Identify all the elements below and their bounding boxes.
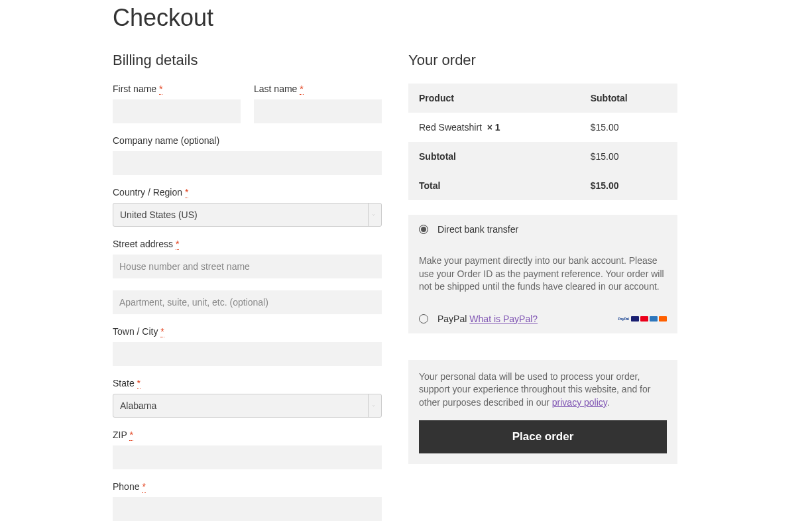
state-label-text: State xyxy=(113,378,135,388)
privacy-notice: Your personal data will be used to proce… xyxy=(408,360,677,464)
col-subtotal: Subtotal xyxy=(580,84,677,113)
country-label-text: Country / Region xyxy=(113,187,182,198)
street-field: Street address * xyxy=(113,239,382,314)
privacy-text: Your personal data will be used to proce… xyxy=(419,371,650,408)
order-section: Your order Product Subtotal Red Sweatshi… xyxy=(408,52,677,527)
payment-method-bank[interactable]: Direct bank transfer xyxy=(408,215,677,244)
first-name-label-text: First name xyxy=(113,84,156,94)
phone-field: Phone * xyxy=(113,481,382,521)
chevron-down-icon xyxy=(368,394,375,417)
first-name-label: First name * xyxy=(113,84,241,94)
subtotal-row: Subtotal $15.00 xyxy=(408,142,677,171)
state-label: State * xyxy=(113,378,382,388)
order-table: Product Subtotal Red Sweatshirt × 1 $15.… xyxy=(408,84,677,200)
order-heading: Your order xyxy=(408,52,677,69)
last-name-field: Last name * xyxy=(254,84,382,123)
zip-input[interactable] xyxy=(113,445,382,469)
street2-input[interactable] xyxy=(113,290,382,314)
street-label-text: Street address xyxy=(113,239,173,249)
required-mark: * xyxy=(129,430,133,441)
mastercard-icon xyxy=(640,316,648,322)
zip-label-text: ZIP xyxy=(113,430,127,440)
privacy-text-end: . xyxy=(607,397,610,408)
amex-icon xyxy=(650,316,658,322)
radio-checked-icon xyxy=(419,225,428,234)
phone-input[interactable] xyxy=(113,497,382,521)
privacy-policy-link[interactable]: privacy policy xyxy=(552,397,607,408)
required-mark: * xyxy=(176,239,179,250)
discover-icon xyxy=(659,316,667,322)
zip-field: ZIP * xyxy=(113,430,382,469)
street-input[interactable] xyxy=(113,255,382,278)
card-icons: PayPal xyxy=(618,316,667,322)
payment-method-label: PayPal xyxy=(437,314,467,324)
company-label: Company name (optional) xyxy=(113,135,382,146)
billing-heading: Billing details xyxy=(113,52,382,69)
first-name-field: First name * xyxy=(113,84,241,123)
last-name-input[interactable] xyxy=(254,99,382,123)
chevron-down-icon xyxy=(368,204,375,226)
table-header-row: Product Subtotal xyxy=(408,84,677,113)
col-product: Product xyxy=(408,84,580,113)
street-label: Street address * xyxy=(113,239,382,249)
company-input[interactable] xyxy=(113,151,382,175)
payment-method-label: Direct bank transfer xyxy=(437,224,518,235)
city-input[interactable] xyxy=(113,342,382,366)
required-mark: * xyxy=(185,187,188,198)
place-order-button[interactable]: Place order xyxy=(419,420,667,453)
subtotal-value: $15.00 xyxy=(580,142,677,171)
paypal-icon: PayPal xyxy=(618,317,629,321)
payment-method-description: Make your payment directly into our bank… xyxy=(408,244,677,304)
required-mark: * xyxy=(300,84,303,95)
item-name: Red Sweatshirt xyxy=(419,122,482,133)
city-label: Town / City * xyxy=(113,326,382,337)
visa-icon xyxy=(631,316,639,322)
city-field: Town / City * xyxy=(113,326,382,366)
payment-methods: Direct bank transfer Make your payment d… xyxy=(408,215,677,333)
table-row: Red Sweatshirt × 1 $15.00 xyxy=(408,113,677,142)
item-qty: × 1 xyxy=(487,122,500,133)
state-field: State * Alabama xyxy=(113,378,382,418)
what-is-paypal-link[interactable]: What is PayPal? xyxy=(469,314,538,324)
phone-label-text: Phone xyxy=(113,481,139,492)
first-name-input[interactable] xyxy=(113,99,241,123)
country-select[interactable]: United States (US) xyxy=(113,203,382,227)
total-value: $15.00 xyxy=(580,171,677,200)
total-label: Total xyxy=(408,171,580,200)
required-mark: * xyxy=(159,84,162,95)
required-mark: * xyxy=(160,326,164,337)
city-label-text: Town / City xyxy=(113,326,158,337)
payment-method-paypal[interactable]: PayPal What is PayPal? PayPal xyxy=(408,304,677,333)
required-mark: * xyxy=(142,481,145,493)
radio-unchecked-icon xyxy=(419,314,428,323)
zip-label: ZIP * xyxy=(113,430,382,440)
item-price: $15.00 xyxy=(580,113,677,142)
required-mark: * xyxy=(137,378,141,389)
billing-section: Billing details First name * Last name * xyxy=(113,52,382,527)
state-value: Alabama xyxy=(120,400,156,411)
total-row: Total $15.00 xyxy=(408,171,677,200)
country-field: Country / Region * United States (US) xyxy=(113,187,382,227)
company-field: Company name (optional) xyxy=(113,135,382,175)
state-select[interactable]: Alabama xyxy=(113,394,382,418)
last-name-label: Last name * xyxy=(254,84,382,94)
phone-label: Phone * xyxy=(113,481,382,492)
country-label: Country / Region * xyxy=(113,187,382,198)
country-value: United States (US) xyxy=(120,209,198,220)
item-cell: Red Sweatshirt × 1 xyxy=(408,113,580,142)
page-title: Checkout xyxy=(113,4,699,32)
subtotal-label: Subtotal xyxy=(408,142,580,171)
last-name-label-text: Last name xyxy=(254,84,297,94)
